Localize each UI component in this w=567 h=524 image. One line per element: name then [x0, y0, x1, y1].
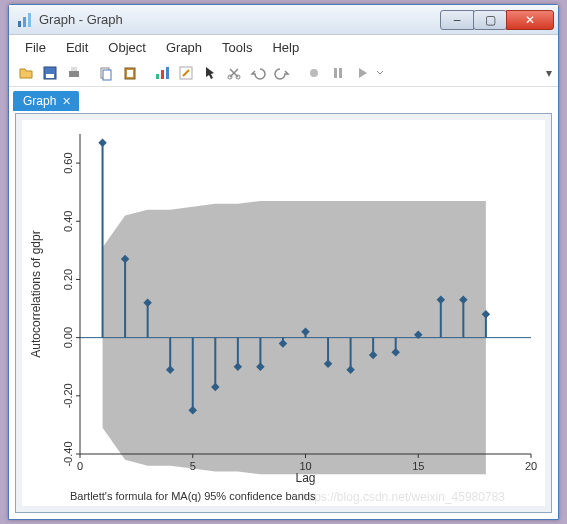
svg-rect-11: [156, 74, 159, 79]
undo-icon[interactable]: [247, 62, 269, 84]
print-icon[interactable]: [63, 62, 85, 84]
svg-rect-6: [71, 67, 77, 71]
pause-icon[interactable]: [327, 62, 349, 84]
document-tabs: Graph ✕: [9, 87, 558, 111]
toolbar: ▾: [9, 59, 558, 87]
svg-text:Lag: Lag: [295, 471, 315, 485]
window-title: Graph - Graph: [39, 12, 441, 27]
watermark: https://blog.csdn.net/weixin_45980783: [301, 490, 505, 504]
svg-text:15: 15: [412, 460, 424, 472]
svg-text:20: 20: [525, 460, 537, 472]
window-controls: – ▢ ✕: [441, 10, 554, 30]
svg-text:0: 0: [77, 460, 83, 472]
menu-help[interactable]: Help: [264, 38, 307, 57]
graph-canvas-frame: -0.40-0.200.000.200.400.6005101520LagAut…: [15, 113, 552, 513]
tab-graph[interactable]: Graph ✕: [13, 91, 79, 111]
tab-close-icon[interactable]: ✕: [62, 95, 71, 108]
minimize-button[interactable]: –: [440, 10, 474, 30]
toolbar-overflow-icon[interactable]: ▾: [546, 66, 552, 80]
svg-rect-12: [161, 70, 164, 79]
svg-rect-1: [23, 17, 26, 27]
svg-rect-0: [18, 21, 21, 27]
ac-chart: -0.40-0.200.000.200.400.6005101520LagAut…: [22, 120, 545, 506]
svg-text:-0.40: -0.40: [62, 441, 74, 466]
redo-icon[interactable]: [271, 62, 293, 84]
app-icon: [17, 12, 33, 28]
maximize-button[interactable]: ▢: [473, 10, 507, 30]
menu-graph[interactable]: Graph: [158, 38, 210, 57]
menubar: File Edit Object Graph Tools Help: [9, 35, 558, 59]
svg-rect-18: [334, 68, 337, 78]
menu-object[interactable]: Object: [100, 38, 154, 57]
svg-rect-22: [98, 138, 106, 146]
svg-text:0.60: 0.60: [62, 152, 74, 173]
svg-text:0.00: 0.00: [62, 327, 74, 348]
pointer-icon[interactable]: [199, 62, 221, 84]
paste-icon[interactable]: [119, 62, 141, 84]
svg-rect-5: [69, 71, 79, 77]
play-icon[interactable]: [351, 62, 373, 84]
play-sub-icon[interactable]: [375, 62, 385, 84]
chart-icon[interactable]: [151, 62, 173, 84]
svg-point-17: [310, 69, 318, 77]
menu-file[interactable]: File: [17, 38, 54, 57]
svg-rect-2: [28, 13, 31, 27]
svg-rect-4: [46, 74, 54, 78]
close-button[interactable]: ✕: [506, 10, 554, 30]
svg-rect-8: [103, 70, 111, 80]
app-window: Graph - Graph – ▢ ✕ File Edit Object Gra…: [8, 4, 559, 520]
menu-tools[interactable]: Tools: [214, 38, 260, 57]
copy-icon[interactable]: [95, 62, 117, 84]
svg-rect-13: [166, 67, 169, 79]
cut-icon[interactable]: [223, 62, 245, 84]
record-icon[interactable]: [303, 62, 325, 84]
svg-text:Bartlett's formula for MA(q) 9: Bartlett's formula for MA(q) 95% confide…: [70, 490, 316, 502]
svg-text:5: 5: [190, 460, 196, 472]
svg-text:-0.20: -0.20: [62, 383, 74, 408]
save-icon[interactable]: [39, 62, 61, 84]
graph-plot: -0.40-0.200.000.200.400.6005101520LagAut…: [22, 120, 545, 506]
svg-rect-19: [339, 68, 342, 78]
svg-text:0.20: 0.20: [62, 269, 74, 290]
svg-rect-10: [127, 70, 133, 77]
edit-chart-icon[interactable]: [175, 62, 197, 84]
menu-edit[interactable]: Edit: [58, 38, 96, 57]
titlebar: Graph - Graph – ▢ ✕: [9, 5, 558, 35]
svg-text:Autocorrelations of gdpr: Autocorrelations of gdpr: [29, 230, 43, 357]
tab-label: Graph: [23, 94, 56, 108]
open-icon[interactable]: [15, 62, 37, 84]
svg-text:0.40: 0.40: [62, 211, 74, 232]
